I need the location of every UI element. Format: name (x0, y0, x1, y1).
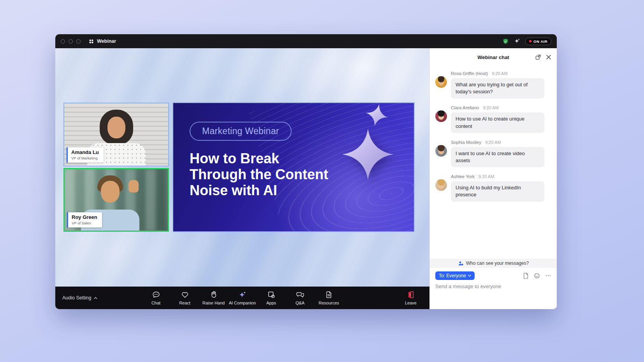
qa-bubbles-icon (296, 290, 304, 299)
message-time: 9:20 AM (492, 71, 507, 76)
chat-message: Rosa Griffin (Host) 9:20 AM What are you… (435, 70, 551, 98)
privacy-note[interactable]: Who can see your messages? (430, 259, 557, 268)
chat-message: Sophia Mosiley 9:20 AM I want to use AI … (435, 139, 551, 167)
video-stage: Amanda Lu VP of Marketing Roy Green VP o (55, 48, 429, 287)
titlebar: Webinar ON AIR (55, 34, 557, 48)
compose-row: To: Everyone (430, 268, 557, 282)
resources-button[interactable]: Resources (315, 289, 343, 307)
apps-icon (267, 290, 276, 299)
qa-button[interactable]: Q&A (286, 289, 315, 307)
ai-companion-button[interactable]: AI Companion (228, 289, 257, 307)
participant-name: Roy Green (72, 214, 97, 220)
chat-message: Clara Arellano 9:20 AM How to use AI to … (435, 104, 551, 133)
raise-hand-button[interactable]: Raise Hand (199, 289, 228, 307)
message-time: 9:20 AM (479, 174, 494, 179)
window-close-button[interactable] (61, 39, 65, 44)
on-air-dot (529, 40, 531, 42)
resources-icon (325, 290, 333, 299)
avatar (435, 179, 447, 191)
app-title-group: Webinar (88, 38, 116, 44)
leave-button[interactable]: Leave (399, 289, 422, 307)
decorative-star-icon (342, 129, 394, 180)
message-bubble: I want to use AI to create video assets (451, 147, 544, 167)
chat-title: Webinar chat (477, 54, 509, 60)
slide-tag: Marketing Webinar (190, 122, 292, 141)
message-bubble: How to use AI to create unique content (451, 112, 544, 133)
chat-panel: Webinar chat Rosa Griffin (Host) (429, 48, 557, 309)
participant-nametag: Roy Green VP of Sales (67, 212, 102, 227)
shield-check-icon[interactable] (502, 38, 509, 45)
participant-role: VP of Marketing (71, 156, 99, 160)
chevron-down-icon (468, 275, 471, 277)
app-title: Webinar (97, 38, 116, 44)
participant-role: VP of Sales (72, 221, 97, 225)
audio-setting-label: Audio Setting (62, 295, 91, 301)
webinar-app-window: Webinar ON AIR (55, 34, 557, 309)
heart-icon (181, 290, 189, 299)
file-icon[interactable] (523, 273, 529, 279)
avatar (435, 145, 447, 157)
raise-hand-icon (209, 290, 218, 299)
chat-button[interactable]: Chat (142, 289, 171, 307)
window-minimize-button[interactable] (69, 39, 73, 44)
on-air-badge: ON AIR (525, 38, 551, 45)
meeting-toolbar: Audio Setting Chat (55, 287, 429, 309)
who-can-see-icon (458, 261, 464, 266)
titlebar-right: ON AIR (502, 38, 551, 45)
participant-name: Amanda Lu (71, 149, 99, 155)
react-button[interactable]: React (171, 289, 199, 307)
webinar-icon (88, 38, 94, 44)
decorative-star-icon (364, 102, 391, 128)
avatar (435, 110, 447, 122)
participant-nametag: Amanda Lu VP of Marketing (67, 147, 104, 163)
ai-sparkle-icon (238, 290, 247, 299)
leave-door-icon (406, 290, 415, 299)
slide-title: How to Break Through the Content Noise w… (190, 150, 328, 198)
message-sender: Clara Arellano (451, 105, 479, 110)
main-area: Amanda Lu VP of Marketing Roy Green VP o (55, 48, 429, 309)
ai-sparkle-icon[interactable] (514, 38, 520, 44)
avatar (435, 76, 447, 88)
toolbar-center-buttons: Chat React Raise Hand (142, 289, 343, 307)
to-everyone-selector[interactable]: To: Everyone (435, 271, 475, 280)
chat-header: Webinar chat (430, 48, 557, 66)
message-time: 9:20 AM (483, 105, 498, 110)
participant-tile-roy[interactable]: Roy Green VP of Sales (63, 168, 169, 232)
apps-button[interactable]: Apps (257, 289, 286, 307)
audio-setting-button[interactable]: Audio Setting (62, 295, 98, 301)
message-sender: Ashlee York (451, 174, 475, 179)
chat-message: Ashlee York 9:20 AM Using AI to build my… (435, 173, 551, 201)
window-controls (61, 39, 81, 44)
on-air-label: ON AIR (533, 39, 547, 44)
message-sender: Sophia Mosiley (451, 140, 481, 145)
chevron-up-icon (93, 297, 98, 299)
shared-slide: Marketing Webinar How to Break Through t… (172, 102, 415, 232)
message-bubble: What are you trying to get out of today'… (451, 78, 544, 98)
message-time: 9:20 AM (485, 140, 501, 145)
chat-footer: Who can see your messages? To: Everyone (430, 259, 557, 309)
more-icon[interactable] (545, 273, 551, 279)
chat-bubble-icon (152, 290, 160, 299)
window-zoom-button[interactable] (76, 39, 81, 44)
message-sender: Rosa Griffin (Host) (451, 71, 488, 76)
close-icon[interactable] (546, 54, 551, 60)
participant-tile-amanda[interactable]: Amanda Lu VP of Marketing (63, 103, 169, 166)
chat-message-input[interactable] (430, 282, 553, 289)
emoji-icon[interactable] (534, 273, 540, 279)
chat-messages[interactable]: Rosa Griffin (Host) 9:20 AM What are you… (430, 66, 557, 259)
message-bubble: Using AI to build my LinkedIn presence (451, 181, 544, 201)
popout-icon[interactable] (535, 54, 541, 60)
